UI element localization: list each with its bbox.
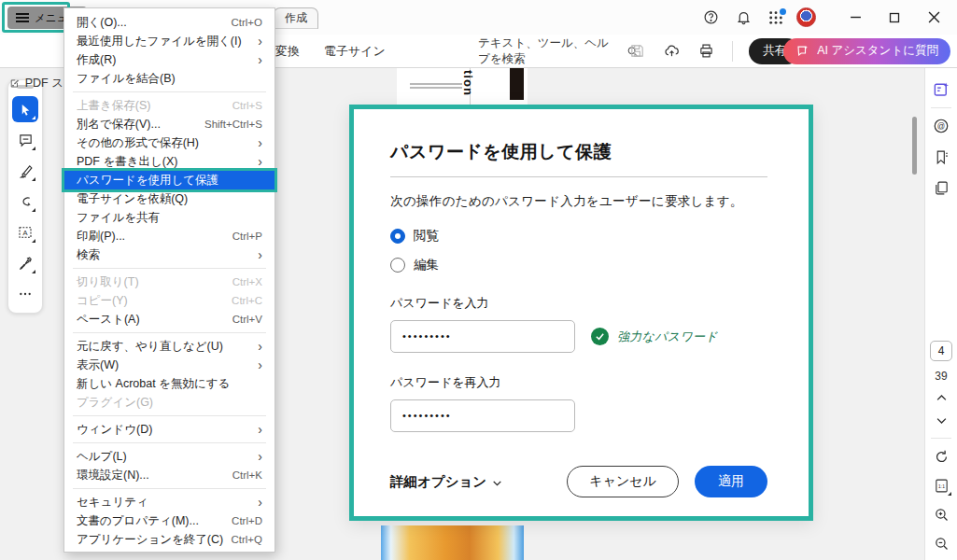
password-input[interactable]: •••••••••	[390, 320, 575, 353]
menu-item-request-esign[interactable]: 電子サインを依頼(Q)	[64, 189, 274, 208]
dialog-divider	[390, 176, 767, 177]
dialog-title: パスワードを使用して保護	[390, 140, 767, 164]
confirm-password-value: •••••••••	[402, 410, 452, 421]
select-tool-button[interactable]	[12, 96, 38, 122]
menu-item-disable-new-acrobat[interactable]: 新しい Acrobat を無効にする	[64, 374, 274, 393]
page-down-button[interactable]	[930, 409, 952, 431]
advanced-options-link[interactable]: 詳細オプション	[390, 473, 503, 491]
confirm-password-input[interactable]: •••••••••	[390, 399, 575, 432]
fill-sign-tool-button[interactable]	[12, 250, 38, 276]
zoom-out-button[interactable]	[930, 532, 952, 554]
svg-text:A: A	[22, 229, 27, 237]
fountain-pen-icon	[18, 256, 34, 272]
window-close-button[interactable]	[916, 4, 951, 32]
password-protect-dialog: パスワードを使用して保護 次の操作のためのパスワード入力をユーザーに要求します。…	[349, 105, 813, 521]
notifications-bell-icon[interactable]	[731, 6, 755, 30]
highlight-tool-button[interactable]	[12, 158, 38, 184]
menu-item-view[interactable]: 表示(W)	[64, 356, 274, 374]
zoom-out-icon	[934, 536, 950, 552]
tab-convert[interactable]: 変換	[275, 43, 300, 60]
password-value: •••••••••	[402, 330, 452, 342]
file-menu-dropdown: 開く(O)...Ctrl+O 最近使用したファイルを開く(I) 作成(R) ファ…	[63, 7, 275, 553]
search-input[interactable]: テキスト、ツール、ヘルプを検索	[478, 35, 639, 67]
tab-create[interactable]: 作成	[274, 7, 318, 29]
actual-size-button[interactable]: 1:1	[930, 474, 952, 497]
page-thumbnails-panel-button[interactable]	[930, 176, 952, 199]
radio-option-viewing[interactable]: 閲覧	[390, 228, 767, 245]
menu-item-preferences[interactable]: 環境設定(N)...Ctrl+K	[64, 466, 274, 484]
ai-assistant-button[interactable]: AI アシスタントに質問	[783, 38, 950, 64]
pages-icon	[934, 180, 950, 196]
window-maximize-button[interactable]	[877, 4, 912, 32]
ai-assistant-panel-button[interactable]	[930, 78, 952, 101]
menu-item-save-other-format[interactable]: その他の形式で保存(H)	[64, 133, 274, 152]
apply-button-label: 適用	[718, 473, 744, 490]
comment-bubble-icon	[18, 133, 34, 148]
menu-item-open-recent[interactable]: 最近使用したファイルを開く(I)	[64, 32, 274, 50]
password-input-label: パスワードを入力	[390, 295, 767, 312]
menu-item-save-as[interactable]: 別名で保存(V)...Shift+Ctrl+S	[64, 115, 274, 133]
menu-item-protect-with-password[interactable]: パスワードを使用して保護	[64, 171, 274, 189]
text-box-tool-button[interactable]: A	[12, 219, 38, 245]
menu-item-create[interactable]: 作成(R)	[64, 50, 274, 69]
menu-item-search[interactable]: 検索	[64, 245, 274, 264]
menu-item-open[interactable]: 開く(O)...Ctrl+O	[64, 13, 274, 32]
cancel-button-label: キャンセル	[589, 473, 656, 490]
right-sidebar: @ 4 39 1:1	[924, 68, 957, 560]
pdf-tool-button[interactable]: PDF ス	[9, 76, 63, 91]
menu-item-security[interactable]: セキュリティ	[64, 493, 274, 511]
cloud-upload-icon[interactable]	[663, 43, 681, 59]
help-icon[interactable]	[698, 6, 723, 30]
radio-editing-label: 編集	[414, 257, 439, 273]
menu-item-save: 上書き保存(S)Ctrl+S	[64, 96, 274, 115]
tab-esign[interactable]: 電子サイン	[324, 43, 386, 60]
more-tools-button[interactable]	[12, 281, 38, 307]
highlighter-icon	[18, 163, 34, 179]
rotate-clockwise-icon	[934, 449, 950, 465]
rotate-page-button[interactable]	[930, 445, 952, 468]
cancel-button[interactable]: キャンセル	[567, 466, 679, 497]
ai-button-label: AI アシスタントに質問	[817, 43, 938, 59]
apply-button[interactable]: 適用	[695, 466, 767, 497]
print-icon[interactable]	[698, 43, 714, 59]
bookmark-icon	[934, 149, 950, 165]
menu-item-export-pdf[interactable]: PDF を書き出し(X)	[64, 152, 274, 171]
menu-item-document-properties[interactable]: 文書のプロパティ(M)...Ctrl+D	[64, 511, 274, 530]
ai-sparkle-doc-icon	[933, 81, 950, 99]
menu-item-share-file[interactable]: ファイルを共有	[64, 208, 274, 227]
page-up-button[interactable]	[930, 386, 952, 409]
radio-viewing-icon[interactable]	[390, 229, 405, 244]
zoom-in-button[interactable]	[930, 503, 952, 525]
document-image-fragment	[381, 525, 524, 560]
pdf-edit-icon	[9, 76, 20, 91]
menu-item-help[interactable]: ヘルプ(L)	[64, 447, 274, 466]
chevron-down-icon	[935, 413, 949, 427]
comments-panel-button[interactable]: @	[930, 115, 952, 137]
menu-item-quit-application[interactable]: アプリケーションを終了(C)Ctrl+Q	[64, 530, 274, 549]
document-scrollbar[interactable]	[912, 110, 917, 511]
scrollbar-thumb[interactable]	[912, 117, 917, 175]
radio-editing-icon[interactable]	[390, 258, 405, 273]
cursor-arrow-icon	[19, 103, 33, 117]
hamburger-icon	[16, 12, 29, 23]
draw-tool-button[interactable]	[12, 189, 38, 215]
menu-item-print[interactable]: 印刷(P)...Ctrl+P	[64, 227, 274, 245]
menu-item-cut: 切り取り(T)Ctrl+X	[64, 273, 274, 291]
menu-item-paste[interactable]: ペースト(A)Ctrl+V	[64, 310, 274, 329]
current-page-input[interactable]: 4	[930, 341, 952, 361]
password-strength: 強力なパスワード	[591, 328, 718, 345]
document-small-text	[410, 83, 462, 89]
user-avatar[interactable]	[796, 7, 816, 27]
document-rotated-text: tion	[461, 70, 475, 96]
menu-item-combine-files[interactable]: ファイルを結合(B)	[64, 69, 274, 88]
document-black-bar	[510, 68, 524, 100]
apps-grid-icon[interactable]	[764, 6, 788, 30]
menu-item-undo-redo[interactable]: 元に戻す、やり直しなど(U)	[64, 337, 274, 356]
menu-item-window[interactable]: ウィンドウ(D)	[64, 420, 274, 439]
radio-option-editing[interactable]: 編集	[390, 257, 767, 273]
bookmarks-panel-button[interactable]	[930, 146, 952, 168]
svg-text:@: @	[937, 122, 945, 131]
ellipsis-icon	[18, 287, 33, 301]
window-minimize-button[interactable]	[837, 4, 873, 32]
comment-tool-button[interactable]	[12, 127, 38, 153]
